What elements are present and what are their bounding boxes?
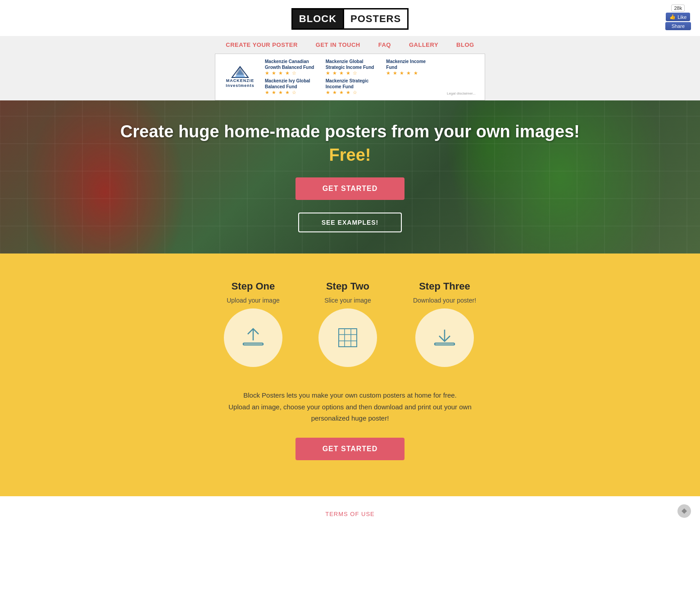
step-three-title: Step Three	[419, 281, 470, 292]
step-two: Step Two Slice your image	[318, 281, 377, 367]
mackenzie-logo: MACKENZIEInvestments	[224, 66, 256, 88]
fund-item-3: Mackenzie Income Fund ★ ★ ★ ★ ★	[386, 59, 438, 76]
step-two-title: Step Two	[326, 281, 369, 292]
header: BLOCK POSTERS 28k 👍 Like Share	[0, 0, 700, 36]
fund-item-2: Mackenzie Global Strategic Income Fund ★…	[326, 59, 377, 76]
fund-item-4: Mackenzie Ivy Global Balanced Fund ★ ★ ★…	[265, 78, 317, 95]
fb-share-button[interactable]: Share	[665, 22, 691, 30]
footer: TERMS OF USE	[0, 496, 700, 527]
slice-icon	[334, 324, 361, 351]
logo-block-left: BLOCK	[293, 9, 343, 28]
steps-row: Step One Upload your image Step Two Slic…	[9, 281, 691, 367]
nav-create[interactable]: CREATE YOUR POSTER	[226, 41, 297, 48]
nav-faq[interactable]: FAQ	[378, 41, 391, 48]
svg-marker-12	[682, 508, 687, 514]
svg-rect-10	[435, 343, 455, 345]
thumbs-up-icon: 👍	[669, 14, 676, 20]
step-two-desc: Slice your image	[324, 297, 371, 304]
nav-blog[interactable]: BLOG	[456, 41, 474, 48]
fund-name-2: Mackenzie Global Strategic Income Fund	[326, 59, 377, 70]
logo-block-right: POSTERS	[343, 9, 407, 28]
logo[interactable]: BLOCK POSTERS	[291, 8, 409, 30]
step-one-title: Step One	[232, 281, 275, 292]
nav-contact[interactable]: GET IN TOUCH	[316, 41, 360, 48]
step-two-icon-circle	[318, 308, 377, 367]
fb-like-button[interactable]: 👍 Like	[666, 13, 690, 21]
fund-stars-4: ★ ★ ★ ★ ☆	[265, 90, 317, 95]
fund-stars-3: ★ ★ ★ ★ ★	[386, 70, 438, 76]
step-three: Step Three Download your poster!	[413, 281, 476, 367]
yellow-section: Step One Upload your image Step Two Slic…	[0, 254, 700, 496]
ad-banner: MACKENZIEInvestments Mackenzie Canadian …	[0, 54, 700, 100]
footer-icon	[677, 504, 691, 518]
hero-get-started-button[interactable]: GET STARTED	[295, 177, 405, 200]
step-three-icon-circle	[415, 308, 474, 367]
fund-name-5: Mackenzie Strategic Income Fund	[326, 78, 377, 90]
yellow-get-started-button[interactable]: GET STARTED	[295, 438, 405, 460]
fund-stars-5: ★ ★ ★ ★ ☆	[326, 90, 377, 95]
hero-content: Create huge home-made posters from your …	[111, 104, 589, 251]
mackenzie-logo-text: MACKENZIEInvestments	[226, 78, 255, 88]
ad-disclaimer: Legal disclaimer...	[447, 91, 476, 95]
nav-gallery[interactable]: GALLERY	[409, 41, 438, 48]
facebook-widget: 28k 👍 Like Share	[665, 5, 691, 30]
fund-stars-1: ★ ★ ★ ★ ☆	[265, 70, 317, 76]
mountain-icon	[231, 66, 249, 78]
hero-title: Create huge home-made posters from your …	[120, 122, 580, 142]
step-one-desc: Upload your image	[227, 297, 280, 304]
fund-name-1: Mackenzie Canadian Growth Balanced Fund	[265, 59, 317, 70]
fb-like-label: Like	[677, 14, 686, 20]
diamond-icon	[681, 507, 688, 515]
terms-of-use-link[interactable]: TERMS OF USE	[325, 511, 375, 517]
fb-count: 28k	[671, 5, 685, 12]
fund-item-1: Mackenzie Canadian Growth Balanced Fund …	[265, 59, 317, 76]
step-three-desc: Download your poster!	[413, 297, 476, 304]
fund-item-5: Mackenzie Strategic Income Fund ★ ★ ★ ★ …	[326, 78, 377, 95]
fund-name-3: Mackenzie Income Fund	[386, 59, 438, 70]
fund-stars-2: ★ ★ ★ ★ ☆	[326, 70, 377, 76]
hero-section: Create huge home-made posters from your …	[0, 100, 700, 254]
fund-name-4: Mackenzie Ivy Global Balanced Fund	[265, 78, 317, 90]
main-nav: CREATE YOUR POSTER GET IN TOUCH FAQ GALL…	[0, 36, 700, 54]
step-one-icon-circle	[224, 308, 282, 367]
svg-rect-3	[243, 343, 263, 345]
step-one: Step One Upload your image	[224, 281, 282, 367]
fund-list: Mackenzie Canadian Growth Balanced Fund …	[265, 59, 438, 95]
hero-see-examples-button[interactable]: SEE EXAMPLES!	[298, 213, 402, 232]
hero-free-text: Free!	[120, 145, 580, 165]
svg-rect-5	[339, 329, 357, 347]
download-icon	[431, 324, 458, 351]
yellow-description: Block Posters lets you make your own cus…	[228, 390, 472, 424]
ad-inner[interactable]: MACKENZIEInvestments Mackenzie Canadian …	[215, 54, 485, 100]
upload-icon	[240, 324, 267, 351]
